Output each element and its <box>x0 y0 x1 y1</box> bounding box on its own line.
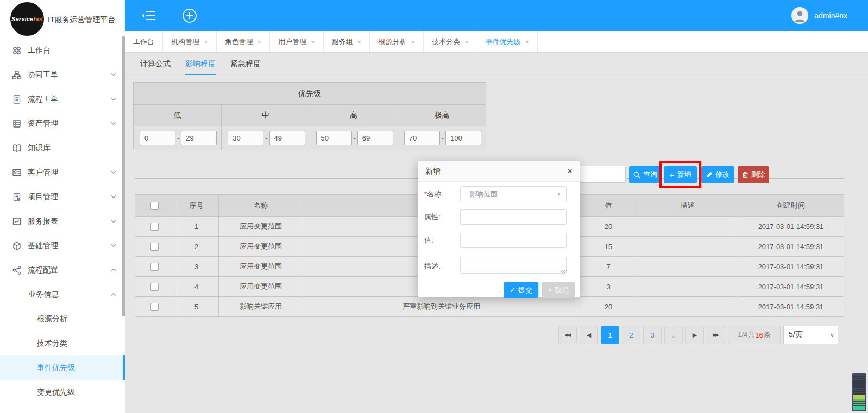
pager-last-button[interactable]: ▶▶ <box>707 326 725 344</box>
sidebar-item-workbench[interactable]: 工作台 <box>0 38 125 62</box>
sidebar-item-reports[interactable]: 服务报表 <box>0 209 125 233</box>
sidebar-item-change-priority[interactable]: 变更优先级 <box>0 380 125 404</box>
close-icon[interactable]: × <box>204 38 208 46</box>
tab-service-group[interactable]: 服务组× <box>324 31 370 52</box>
pager-info: 1/4共16条 <box>728 326 781 344</box>
pager-ellipsis[interactable]: .. <box>664 326 683 344</box>
plus-icon: + <box>670 171 675 179</box>
sidebar-item-incident-priority[interactable]: 事件优先级 <box>0 355 125 380</box>
close-icon[interactable]: × <box>464 38 469 46</box>
search-button[interactable]: 查询 <box>629 166 662 183</box>
add-circle-icon[interactable] <box>181 7 198 24</box>
pager-next-button[interactable]: ▶ <box>685 326 704 344</box>
priority-low-min-input[interactable] <box>140 131 175 145</box>
user-menu[interactable]: admin#nx <box>791 7 847 24</box>
sidebar-scrollbar[interactable] <box>122 36 125 316</box>
table-row[interactable]: 5 影响关键应用 严重影响到关键业务应用 20 2017-03-01 14:59… <box>135 297 844 317</box>
attr-label: 属性: <box>424 212 460 222</box>
chevron-down-icon <box>111 219 116 223</box>
priority-medium-max-input[interactable] <box>269 131 305 145</box>
row-checkbox[interactable] <box>150 223 159 231</box>
sidebar-item-process-tickets[interactable]: 流程工单 <box>0 87 125 111</box>
trash-icon <box>742 171 749 179</box>
page-size-select[interactable]: 5/页 ∨ <box>783 326 838 344</box>
priority-critical-max-input[interactable] <box>445 131 481 145</box>
pager-page-3[interactable]: 3 <box>643 326 662 344</box>
chevron-up-icon <box>111 268 116 272</box>
value-input[interactable] <box>460 233 567 248</box>
x-icon: × <box>548 286 552 294</box>
pager-page-2[interactable]: 2 <box>622 326 640 344</box>
priority-high-min-input[interactable] <box>316 131 352 145</box>
priority-low-max-input[interactable] <box>181 131 217 145</box>
sidebar-item-label: 流程配置 <box>28 265 58 275</box>
priority-medium-min-input[interactable] <box>228 131 263 145</box>
add-button[interactable]: + 新增 <box>664 166 697 183</box>
sidebar-item-tech-category[interactable]: 技术分类 <box>0 331 125 355</box>
document-gear-icon <box>12 192 22 202</box>
row-checkbox[interactable] <box>150 303 159 311</box>
tab-workbench[interactable]: 工作台 <box>125 31 163 52</box>
sidebar-item-process-config[interactable]: 流程配置 <box>0 258 125 282</box>
sidebar-item-assets[interactable]: 资产管理 <box>0 111 125 136</box>
tab-tech-category[interactable]: 技术分类× <box>424 31 477 52</box>
sidebar-fold-icon[interactable] <box>141 10 156 22</box>
pager-first-button[interactable]: ◀◀ <box>558 326 577 344</box>
tab-role-mgmt[interactable]: 角色管理× <box>217 31 271 52</box>
close-icon[interactable]: × <box>257 38 262 46</box>
range-dash: - <box>265 134 267 142</box>
tab-incident-priority[interactable]: 事件优先级× <box>477 31 538 52</box>
submit-button[interactable]: ✓ 提交 <box>504 282 538 298</box>
range-dash: - <box>354 134 356 142</box>
priority-critical-min-input[interactable] <box>404 131 440 145</box>
sub-tab-bar: 计算公式 影响程度 紧急程度 <box>140 53 261 75</box>
priority-level-critical: 极高 <box>398 105 486 126</box>
subtab-urgency[interactable]: 紧急程度 <box>230 53 261 75</box>
sidebar-item-collab-tickets[interactable]: 协同工单 <box>0 62 125 87</box>
sidebar-item-label: 协同工单 <box>28 70 58 80</box>
dialog-header[interactable]: 新增 × <box>418 161 580 182</box>
sidebar-item-base-mgmt[interactable]: 基础管理 <box>0 233 125 258</box>
desc-textarea[interactable] <box>460 257 567 274</box>
attr-input[interactable] <box>460 209 567 225</box>
sidebar-item-knowledge-base[interactable]: 知识库 <box>0 136 125 160</box>
select-all-checkbox[interactable] <box>150 202 159 210</box>
sidebar-item-label: 客户管理 <box>28 168 58 177</box>
priority-level-low: 低 <box>134 105 222 126</box>
chevron-down-icon: ∨ <box>830 332 834 339</box>
subtab-formula[interactable]: 计算公式 <box>140 53 171 75</box>
pager-prev-button[interactable]: ◀ <box>580 326 598 344</box>
close-icon[interactable]: × <box>357 38 362 46</box>
subtab-impact[interactable]: 影响程度 <box>185 53 216 75</box>
tab-root-cause[interactable]: 根源分析× <box>370 31 424 52</box>
delete-button[interactable]: 删除 <box>738 166 769 183</box>
dialog-close-icon[interactable]: × <box>567 167 573 176</box>
row-checkbox[interactable] <box>150 243 159 251</box>
cancel-button[interactable]: × 取消 <box>542 282 575 298</box>
row-checkbox[interactable] <box>150 263 159 271</box>
priority-high-max-input[interactable] <box>357 131 393 145</box>
tab-org-mgmt[interactable]: 机构管理× <box>163 31 217 52</box>
sidebar-item-business-info[interactable]: 业务信息 <box>0 282 125 307</box>
dialog-field-name: *名称: 影响范围 ▼ <box>424 186 574 202</box>
app-root: admin#nx Servicehot IT服务运营管理平台 工作台 协同工单 … <box>0 0 868 413</box>
pager-page-1[interactable]: 1 <box>601 326 619 344</box>
topbar: admin#nx <box>125 0 868 31</box>
share-icon <box>12 265 22 275</box>
tab-user-mgmt[interactable]: 用户管理× <box>270 31 324 52</box>
close-icon[interactable]: × <box>311 38 315 46</box>
range-dash: - <box>177 134 179 142</box>
close-icon[interactable]: × <box>411 38 415 46</box>
sidebar-item-label: 流程工单 <box>28 94 58 104</box>
sidebar-item-projects[interactable]: 项目管理 <box>0 185 125 209</box>
col-seq: 序号 <box>174 195 219 217</box>
sidebar-item-root-cause[interactable]: 根源分析 <box>0 307 125 331</box>
close-icon[interactable]: × <box>525 38 530 46</box>
sidebar-item-customers[interactable]: 客户管理 <box>0 160 125 185</box>
row-checkbox[interactable] <box>150 283 159 291</box>
pagination: ◀◀ ◀ 1 2 3 .. ▶ ▶▶ 1/4共16条 5/页 ∨ <box>558 326 838 344</box>
chevron-down-icon <box>111 195 116 199</box>
edit-button[interactable]: 修改 <box>701 166 734 183</box>
priority-level-high: 高 <box>310 105 398 126</box>
name-select[interactable]: 影响范围 ▼ <box>460 186 567 202</box>
